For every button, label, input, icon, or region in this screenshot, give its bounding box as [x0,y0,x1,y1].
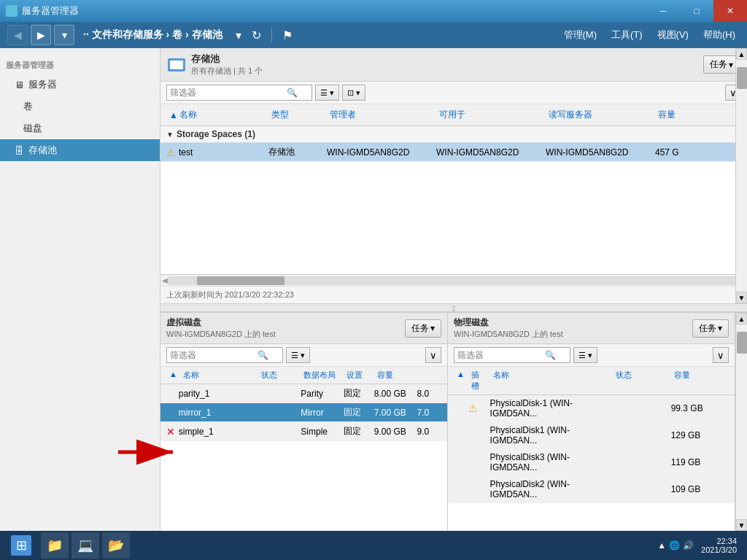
pdisk-search-icon[interactable]: 🔍 [545,350,556,360]
pcol-name[interactable]: 名称 [490,369,614,392]
scroll-thumb-h[interactable] [197,276,285,285]
group-arrow-icon[interactable]: ▼ [166,131,174,139]
vdisk-search-icon[interactable]: 🔍 [258,350,268,360]
main-scroll-track [736,60,747,292]
start-button[interactable]: ⊞ [3,532,39,559]
menu-manage[interactable]: 管理(M) [560,26,602,44]
vdisk-search-input[interactable] [170,350,258,360]
vrow-layout-2: Mirror [301,408,344,418]
vtask-dropdown-icon: ▾ [430,323,435,333]
virtual-disk-titles: 虚拟磁盘 WIN-IGMD5AN8G2D 上的 test [166,316,276,340]
warn-icon: ⚠ [166,147,176,158]
storage-search-icon[interactable]: 🔍 [287,88,298,98]
vdisk-row-parity[interactable]: parity_1 Parity 固定 8.00 GB 8.0 [160,384,447,403]
vcol-state[interactable]: 状态 [258,369,301,381]
vdisk-row-simple[interactable]: ✕ simple_1 Simple 固定 9.00 GB 9.0 [160,422,447,441]
pdisk-row-1[interactable]: PhysicalDisk1 (WIN-IGMD5AN... 129 GB [448,422,735,449]
pdisk-row-0[interactable]: ⚠ PhysicalDisk-1 (WIN-IGMD5AN... 99.3 GB [448,395,735,422]
col-available-header[interactable]: 可用于 [436,107,546,122]
physical-disk-header: 物理磁盘 WIN-IGMD5AN8G2D 上的 test 任务 ▾ [448,313,735,344]
storage-search-input[interactable] [170,88,287,98]
clock[interactable]: 22:34 2021/3/20 [697,537,741,554]
scroll-left-btn[interactable]: ◀ [162,276,168,284]
title-bar-left: 服务器管理器 [6,4,79,18]
menu-view[interactable]: 视图(V) [653,26,693,44]
physical-task-button[interactable]: 任务 ▾ [692,319,729,338]
col-capacity-header[interactable]: 容量 [655,107,713,122]
main-scroll-down[interactable]: ▼ [736,292,747,303]
main-scroll-thumb[interactable] [737,67,747,89]
vcol-size[interactable]: 容量 [374,369,417,381]
scroll-up-btn[interactable]: ▲ [736,313,747,324]
forward-button[interactable]: ▶ [31,25,51,45]
table-row[interactable]: ⚠ test 存储池 WIN-IGMD5AN8G2D WIN-IGMD5AN8G… [160,143,747,162]
vdisk-search-box[interactable]: 🔍 [166,347,283,363]
pdisk-row-3[interactable]: PhysicalDisk2 (WIN-IGMD5AN... 109 GB [448,476,735,503]
pcol-state[interactable]: 状态 [613,369,670,392]
resize-handle[interactable]: ↕ [160,303,747,312]
taskbar-folder[interactable]: 📂 [102,532,130,559]
close-button[interactable]: ✕ [713,0,747,22]
scroll-down-btn[interactable]: ▼ [736,519,747,531]
back-button[interactable]: ◀ [7,25,28,45]
col-rw-header[interactable]: 读写服务器 [546,107,655,122]
col-manager-header[interactable]: 管理者 [327,107,436,122]
pcol-sort[interactable]: ▲ [454,369,468,392]
pdisk-row-2[interactable]: PhysicalDisk3 (WIN-IGMD5AN... 119 GB [448,449,735,476]
vdisk-view-btn[interactable]: ☰ ▾ [286,347,310,363]
pdisk-expand-btn[interactable]: ∨ [713,347,729,363]
menu-tools[interactable]: 工具(T) [607,26,647,44]
scroll-thumb-v[interactable] [737,332,747,354]
storage-task-button[interactable]: 任务 ▾ [703,55,740,74]
refresh-icon[interactable]: ↻ [249,27,264,44]
pdisk-search-box[interactable]: 🔍 [454,347,570,363]
maximize-button[interactable]: □ [680,0,713,22]
app-icon [6,5,18,17]
vcol-config[interactable]: 设置 [344,369,374,381]
storage-pool-icon: 🗄 [15,145,24,156]
view-group-btn[interactable]: ⊡ ▾ [342,85,365,101]
table-spacer [160,162,747,274]
virtual-disk-subtitle: WIN-IGMD5AN8G2D 上的 test [166,329,276,340]
vcol-used[interactable] [417,369,441,381]
sidebar-item-disks[interactable]: 磁盘 [0,117,160,139]
panel-title-row: 存储池 所有存储池 | 共 1 个 [168,52,263,77]
view-list-btn[interactable]: ☰ ▾ [315,85,339,101]
dropdown2-button[interactable]: ▾ [233,27,244,44]
main-v-scrollbar[interactable]: ▲ ▼ [735,48,747,303]
taskbar-server-manager[interactable]: 💻 [71,532,99,559]
vdisk-expand-btn[interactable]: ∨ [425,347,441,363]
bottom-section: 虚拟磁盘 WIN-IGMD5AN8G2D 上的 test 任务 ▾ 🔍 ☰ ▾ [160,312,747,531]
sidebar-item-volumes[interactable]: 卷 [0,96,160,117]
physical-disk-subtitle: WIN-IGMD5AN8G2D 上的 test [454,329,563,340]
vrow-config-1: 固定 [344,387,374,400]
storage-search-box[interactable]: 🔍 [166,85,312,101]
dropdown-button[interactable]: ▾ [54,25,74,45]
row-available: WIN-IGMD5AN8G2D [436,147,546,158]
sidebar-item-servers[interactable]: 🖥 服务器 [0,74,160,96]
minimize-button[interactable]: ─ [646,0,680,22]
flag-icon[interactable]: ⚑ [279,27,295,44]
h-scrollbar[interactable]: ◀ ▶ [160,274,747,286]
vcol-layout[interactable]: 数据布局 [301,369,343,381]
systray-arrow[interactable]: ▲ [657,540,666,551]
pdisk-search-input[interactable] [457,350,545,360]
sidebar-item-storage-pool[interactable]: 🗄 存储池 [0,139,160,161]
vcol-sort[interactable]: ▲ [166,369,180,381]
col-name-header[interactable]: ▲ 名称 [166,107,268,122]
virtual-disk-header: 虚拟磁盘 WIN-IGMD5AN8G2D 上的 test 任务 ▾ [160,313,447,344]
clock-date: 2021/3/20 [701,545,737,554]
taskbar-file-explorer[interactable]: 📁 [41,532,69,559]
main-scroll-up[interactable]: ▲ [736,48,747,60]
vdisk-row-mirror[interactable]: mirror_1 Mirror 固定 7.00 GB 7.0 [160,403,447,422]
v-scrollbar[interactable]: ▲ ▼ [735,313,747,531]
menu-help[interactable]: 帮助(H) [699,26,740,44]
pdisk-view-btn[interactable]: ☰ ▾ [573,347,597,363]
vcol-name[interactable]: 名称 [180,369,258,381]
prow-size-1: 129 GB [671,430,729,440]
status-bar: 上次刷新时间为 2021/3/20 22:32:23 [160,286,747,303]
col-type-header[interactable]: 类型 [268,107,327,122]
virtual-task-button[interactable]: 任务 ▾ [405,319,441,338]
pcol-size[interactable]: 容量 [671,369,729,392]
pcol-slot[interactable]: 插槽 [468,369,490,392]
